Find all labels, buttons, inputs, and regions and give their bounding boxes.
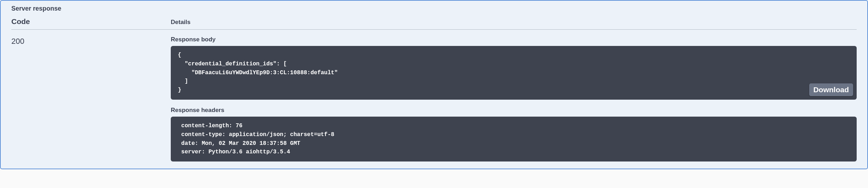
status-code: 200 bbox=[11, 36, 171, 46]
response-headers-label: Response headers bbox=[171, 107, 857, 114]
download-button[interactable]: Download bbox=[809, 83, 853, 96]
column-header-row: Code Details bbox=[11, 17, 857, 30]
column-header-details: Details bbox=[171, 19, 857, 26]
column-header-code: Code bbox=[11, 17, 171, 26]
response-body-block: { "credential_definition_ids": [ "DBFaac… bbox=[171, 46, 857, 100]
server-response-panel: Server response Code Details 200 Respons… bbox=[0, 0, 868, 169]
details-column: Response body { "credential_definition_i… bbox=[171, 36, 857, 161]
response-body-content[interactable]: { "credential_definition_ids": [ "DBFaac… bbox=[171, 46, 857, 100]
response-row: 200 Response body { "credential_definiti… bbox=[11, 36, 857, 161]
response-headers-content[interactable]: content-length: 76 content-type: applica… bbox=[171, 117, 857, 161]
section-title: Server response bbox=[11, 5, 857, 12]
response-body-label: Response body bbox=[171, 36, 857, 43]
